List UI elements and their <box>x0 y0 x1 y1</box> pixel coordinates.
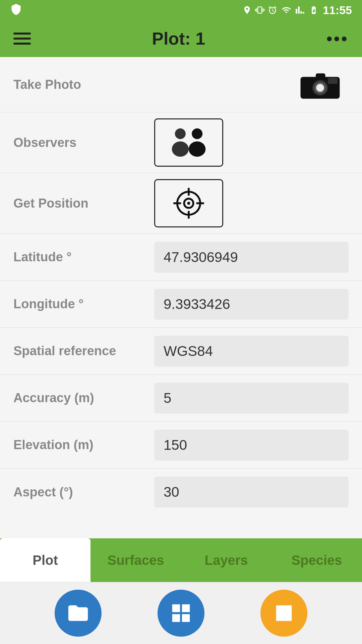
action-bar <box>0 582 362 644</box>
grid-icon <box>169 601 193 625</box>
more-options-icon[interactable]: ••• <box>326 29 349 49</box>
elevation-field[interactable]: 150 <box>154 430 349 461</box>
grid-button[interactable] <box>158 590 204 637</box>
gps-icon <box>162 185 216 222</box>
spatial-reference-label: Spatial reference <box>13 344 154 358</box>
latitude-field[interactable]: 47.9306949 <box>154 242 349 273</box>
shield-icon <box>10 3 22 17</box>
svg-point-8 <box>192 128 202 139</box>
folder-button[interactable] <box>55 590 102 637</box>
take-photo-label: Take Photo <box>13 77 154 92</box>
tab-plot[interactable]: Plot <box>0 538 90 582</box>
get-position-value[interactable] <box>154 179 349 227</box>
stop-icon <box>272 601 296 625</box>
svg-point-6 <box>175 128 186 139</box>
latitude-row: Latitude ° 47.9306949 <box>0 234 362 281</box>
spatial-reference-field[interactable]: WGS84 <box>154 336 349 367</box>
observers-row: Observers <box>0 112 362 173</box>
tab-bar: Plot Surfaces Layers Species <box>0 538 362 582</box>
get-position-button[interactable] <box>154 179 223 227</box>
svg-rect-4 <box>316 73 325 79</box>
tab-surfaces[interactable]: Surfaces <box>90 538 181 582</box>
get-position-label: Get Position <box>13 196 154 211</box>
longitude-label: Longitude ° <box>13 297 154 311</box>
observers-icon <box>162 124 216 161</box>
tab-layers[interactable]: Layers <box>181 538 272 582</box>
observers-button[interactable] <box>154 118 223 167</box>
aspect-field[interactable]: 30 <box>154 477 349 507</box>
elevation-value: 150 <box>154 430 349 461</box>
form-content: Take Photo Observers <box>0 57 362 516</box>
app-bar: Plot: 1 ••• <box>0 20 362 57</box>
spatial-reference-row: Spatial reference WGS84 <box>0 328 362 375</box>
elevation-row: Elevation (m) 150 <box>0 422 362 469</box>
svg-point-7 <box>172 142 189 157</box>
get-position-row: Get Position <box>0 173 362 234</box>
accuracy-field[interactable]: 5 <box>154 383 349 414</box>
svg-rect-17 <box>276 605 292 621</box>
status-bar-right: 11:55 <box>242 4 352 17</box>
aspect-row: Aspect (°) 30 <box>0 469 362 516</box>
aspect-label: Aspect (°) <box>13 485 154 499</box>
hamburger-menu[interactable] <box>13 33 31 45</box>
svg-point-3 <box>316 84 324 92</box>
latitude-label: Latitude ° <box>13 250 154 264</box>
svg-point-9 <box>189 142 205 157</box>
observers-label: Observers <box>13 136 154 150</box>
longitude-value: 9.3933426 <box>154 289 349 320</box>
elevation-label: Elevation (m) <box>13 438 154 452</box>
status-bar-left <box>10 3 22 17</box>
stop-button[interactable] <box>260 590 307 637</box>
take-photo-row: Take Photo <box>0 57 362 112</box>
spatial-reference-value: WGS84 <box>154 336 349 367</box>
accuracy-label: Accuracy (m) <box>13 391 154 405</box>
page-title: Plot: 1 <box>152 29 205 49</box>
svg-rect-5 <box>328 78 338 84</box>
longitude-row: Longitude ° 9.3933426 <box>0 281 362 328</box>
observers-value[interactable] <box>154 118 349 167</box>
clock-time: 11:55 <box>323 4 352 17</box>
svg-point-12 <box>187 202 190 205</box>
folder-icon <box>66 601 90 625</box>
latitude-value: 47.9306949 <box>154 242 349 273</box>
take-photo-button[interactable] <box>292 63 349 106</box>
camera-icon <box>298 68 342 101</box>
longitude-field[interactable]: 9.3933426 <box>154 289 349 320</box>
accuracy-row: Accuracy (m) 5 <box>0 375 362 422</box>
tab-species[interactable]: Species <box>272 538 362 582</box>
take-photo-value[interactable] <box>154 63 349 106</box>
accuracy-value: 5 <box>154 383 349 414</box>
aspect-value: 30 <box>154 477 349 507</box>
status-bar: 11:55 <box>0 0 362 20</box>
